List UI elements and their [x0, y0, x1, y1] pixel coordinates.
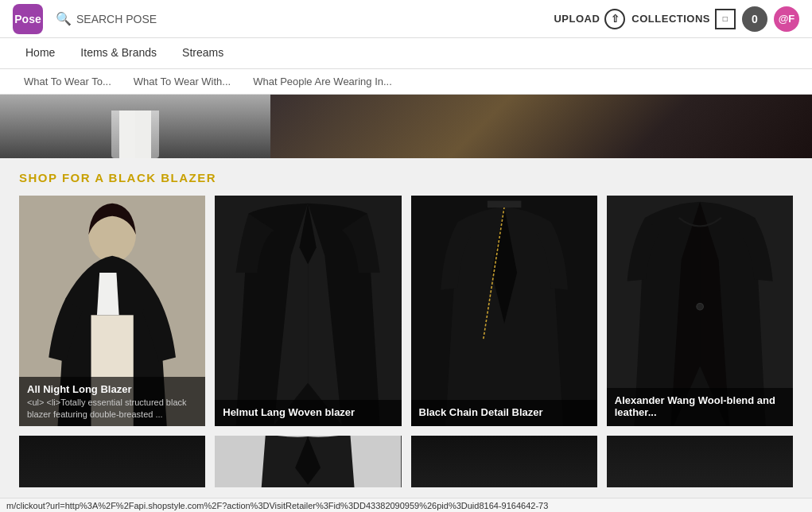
user-handle: @F — [779, 13, 795, 25]
count-badge[interactable]: 0 — [742, 6, 767, 32]
product-overlay-3: Black Chain Detail Blazer — [411, 400, 597, 426]
nav-item-items-brands[interactable]: Items & Brands — [68, 38, 169, 68]
collections-button[interactable]: COLLECTIONS □ — [631, 9, 736, 29]
collections-icon: □ — [715, 9, 736, 29]
logo[interactable]: Pose — [13, 4, 43, 34]
product-desc-1: <ul> <li>Totally essential structured bl… — [27, 397, 197, 420]
main-nav: Home Items & Brands Streams — [0, 38, 812, 69]
product-grid: All Night Long Blazer <ul> <li>Totally e… — [19, 196, 793, 426]
sub-nav-item-wearing-in[interactable]: What People Are Wearing In... — [242, 69, 403, 94]
product-overlay-4: Alexander Wang Wool-blend and leather... — [607, 388, 793, 426]
product-card-8[interactable] — [607, 436, 793, 487]
upload-icon: ⇧ — [604, 9, 625, 29]
collections-label: COLLECTIONS — [631, 13, 710, 25]
svg-rect-5 — [487, 201, 521, 208]
logo-text: Pose — [14, 13, 41, 25]
svg-point-7 — [697, 303, 704, 310]
count-value: 0 — [752, 13, 758, 25]
hero-image-right — [270, 95, 812, 158]
search-bar[interactable]: 🔍 SEARCH POSE — [56, 11, 554, 26]
upload-button[interactable]: UPLOAD ⇧ — [554, 9, 625, 29]
header: Pose 🔍 SEARCH POSE UPLOAD ⇧ COLLECTIONS … — [0, 0, 812, 38]
hero-strip — [0, 95, 812, 158]
product-overlay-1: All Night Long Blazer <ul> <li>Totally e… — [19, 377, 205, 426]
hero-image-left — [0, 95, 270, 158]
nav-item-streams[interactable]: Streams — [169, 38, 236, 68]
product-card-4[interactable]: Alexander Wang Wool-blend and leather... — [607, 196, 793, 426]
sub-nav-item-wear-to[interactable]: What To Wear To... — [13, 69, 122, 94]
product-card-5[interactable] — [19, 436, 205, 487]
upload-label: UPLOAD — [554, 13, 600, 25]
product-name-3: Black Chain Detail Blazer — [419, 406, 589, 418]
product-card-3[interactable]: Black Chain Detail Blazer — [411, 196, 597, 426]
sub-nav-item-wear-with[interactable]: What To Wear With... — [122, 69, 242, 94]
user-badge[interactable]: @F — [774, 6, 799, 32]
product-image-3 — [411, 196, 597, 426]
product-grid-row2 — [19, 436, 793, 487]
sub-nav: What To Wear To... What To Wear With... … — [0, 69, 812, 95]
product-card-7[interactable] — [411, 436, 597, 487]
search-label: SEARCH POSE — [76, 13, 157, 25]
header-right: UPLOAD ⇧ COLLECTIONS □ 0 @F — [554, 6, 799, 32]
product-overlay-2: Helmut Lang Woven blazer — [215, 400, 401, 426]
product-name-4: Alexander Wang Wool-blend and leather... — [615, 394, 785, 418]
search-icon: 🔍 — [56, 11, 72, 26]
shop-section-title: SHOP FOR A BLACK BLAZER — [19, 171, 793, 184]
main-content: SHOP FOR A BLACK BLAZER — [0, 158, 812, 500]
product-name-2: Helmut Lang Woven blazer — [223, 406, 393, 418]
product-card-6[interactable] — [215, 436, 401, 487]
nav-item-home[interactable]: Home — [13, 38, 68, 68]
product-card-1[interactable]: All Night Long Blazer <ul> <li>Totally e… — [19, 196, 205, 426]
product-card-2[interactable]: Helmut Lang Woven blazer — [215, 196, 401, 426]
product-image-2 — [215, 196, 401, 426]
url-status-bar: m/clickout?url=http%3A%2F%2Fapi.shopstyl… — [0, 498, 812, 500]
product-name-1: All Night Long Blazer — [27, 383, 197, 395]
